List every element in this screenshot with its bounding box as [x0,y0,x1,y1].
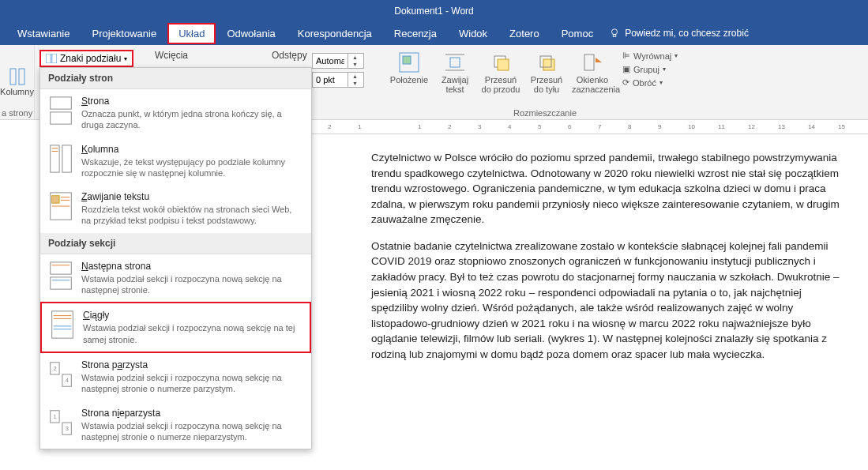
break-text-wrap[interactable]: Zawijanie tekstu Rozdziela tekst wokół o… [40,185,311,233]
break-page-title: SStronatrona [81,96,303,107]
svg-rect-8 [450,58,460,67]
break-column[interactable]: Kolumna Wskazuje, że tekst występujący p… [40,137,311,186]
svg-rect-31 [52,311,73,338]
spin-up-icon[interactable]: ▲ [348,73,362,80]
spacing-before-spinner[interactable]: ▲▼ [312,53,364,69]
svg-point-0 [612,29,618,35]
break-even-page[interactable]: 24 Strona parzysta Wstawia podział sekcj… [40,353,311,401]
break-continuous[interactable]: Ciągły Wstawia podział sekcji i rozpoczy… [40,302,311,353]
svg-rect-13 [543,59,554,70]
svg-rect-5 [52,54,57,63]
break-next-page[interactable]: Następna strona Wstawia podział sekcji i… [40,254,311,303]
spacing-after-spinner[interactable]: ▲▼ [312,72,364,88]
wrap-text-button[interactable]: Zawijaj tekst [433,50,477,96]
breaks-icon [46,54,57,63]
tab-uklad[interactable]: Układ [167,23,216,44]
break-odd-title: Strona nieparzysta [81,408,303,419]
spin-down-icon[interactable]: ▼ [348,61,362,68]
group-button[interactable]: ▣Grupuj▾ [619,63,681,75]
even-page-icon: 24 [48,359,73,389]
column-break-icon [48,144,73,174]
bulb-icon [609,28,620,39]
horizontal-ruler[interactable]: 21123456789101112131415 [312,120,868,134]
break-next-desc: Wstawia podział sekcji i rozpoczyna nową… [81,273,303,296]
svg-text:2: 2 [54,365,57,372]
columns-icon [9,68,25,85]
indent-spacing-labels: Wcięcia [155,50,188,61]
selection-pane-button[interactable]: Okienko zaznaczenia [570,50,614,96]
tab-widok[interactable]: Widok [448,23,498,44]
window-title: Dokument1 - Word [394,6,473,17]
tab-pomoc[interactable]: Pomoc [550,23,604,44]
break-wrap-desc: Rozdziela tekst wokół obiektów na strona… [81,204,303,227]
next-page-icon [48,261,73,291]
break-even-title: Strona parzysta [81,359,303,370]
spacing-after-input[interactable] [313,75,348,85]
arrange-side-buttons: ⊫Wyrównaj▾ ▣Grupuj▾ ⟳Obróć▾ [619,50,681,88]
break-wrap-title: Zawijanie tekstu [81,191,303,202]
tab-projektowanie[interactable]: Projektowanie [81,23,167,44]
chevron-down-icon: ▾ [659,79,663,86]
breaks-dropdown-button[interactable]: Znaki podziału ▾ [39,50,133,67]
tab-wstawianie[interactable]: Wstawianie [6,23,81,44]
paragraph-1: Czytelnictwo w Polsce wróciło do poziomu… [371,150,845,227]
spacing-label: Odstępy [272,50,307,61]
position-icon [398,51,420,73]
svg-rect-15 [584,55,594,70]
wrap-icon [444,51,466,73]
svg-text:4: 4 [66,377,69,384]
spacing-spinners: ▲▼ ▲▼ [312,50,364,88]
arrange-caption: Rozmieszczanie [442,108,648,118]
position-button[interactable]: Położenie [387,50,431,86]
ribbon: Kolumny a strony Znaki podziału ▾ Wcięci… [0,45,868,120]
page-breaks-section: Podziały stron [40,68,311,89]
columns-label: Kolumny [0,87,34,96]
tellme[interactable]: Powiedz mi, co chcesz zrobić [609,28,749,39]
selection-pane-icon [581,51,603,73]
chevron-down-icon: ▾ [124,55,127,62]
break-column-title: Kolumna [81,144,303,155]
svg-rect-23 [52,196,60,204]
spacing-before-input[interactable] [313,56,348,66]
svg-rect-7 [403,56,411,64]
tab-odwolania[interactable]: Odwołania [216,23,286,44]
indent-label: Wcięcia [155,50,188,61]
align-button[interactable]: ⊫Wyrównaj▾ [619,50,681,62]
tab-recenzja[interactable]: Recenzja [383,23,448,44]
svg-rect-17 [51,112,72,124]
tellme-label: Powiedz mi, co chcesz zrobić [625,28,749,39]
menu-bar: Wstawianie Projektowanie Układ Odwołania… [0,21,868,45]
svg-text:1: 1 [54,413,57,420]
break-odd-page[interactable]: 13 Strona nieparzysta Wstawia podział se… [40,401,311,449]
svg-text:3: 3 [66,425,69,432]
tab-zotero[interactable]: Zotero [498,23,550,44]
group-icon: ▣ [622,64,630,74]
bring-forward-icon [490,51,512,73]
rotate-button[interactable]: ⟳Obróć▾ [619,77,681,88]
breaks-dropdown: Podziały stron SStronatrona Oznacza punk… [39,67,312,449]
break-odd-desc: Wstawia podział sekcji i rozpoczyna nową… [81,420,303,443]
document-body[interactable]: Czytelnictwo w Polsce wróciło do poziomu… [371,150,845,373]
page-setup-caption: a strony [0,108,35,118]
chevron-down-icon: ▾ [674,52,678,59]
svg-rect-2 [10,69,16,85]
chevron-down-icon: ▾ [663,66,666,73]
title-bar: Dokument1 - Word [0,0,868,21]
break-even-desc: Wstawia podział sekcji i rozpoczyna nową… [81,372,303,395]
tab-korespondencja[interactable]: Korespondencja [287,23,383,44]
bring-forward-button[interactable]: Przesuń do przodu [479,50,523,96]
svg-rect-19 [62,145,71,171]
odd-page-icon: 13 [48,408,73,438]
spin-up-icon[interactable]: ▲ [348,54,362,61]
break-column-desc: Wskazuje, że tekst występujący po podzia… [81,156,303,179]
svg-rect-18 [51,145,59,171]
spin-down-icon[interactable]: ▼ [348,80,362,87]
svg-rect-28 [51,277,72,289]
wrap-break-icon [48,191,73,221]
svg-rect-1 [613,35,616,37]
breaks-label: Znaki podziału [60,53,121,64]
break-page-desc: Oznacza punkt, w którym jedna strona koń… [81,108,303,131]
send-backward-button[interactable]: Przesuń do tyłu [524,50,569,96]
break-page[interactable]: SStronatrona Oznacza punkt, w którym jed… [40,89,311,137]
svg-rect-16 [51,97,72,109]
